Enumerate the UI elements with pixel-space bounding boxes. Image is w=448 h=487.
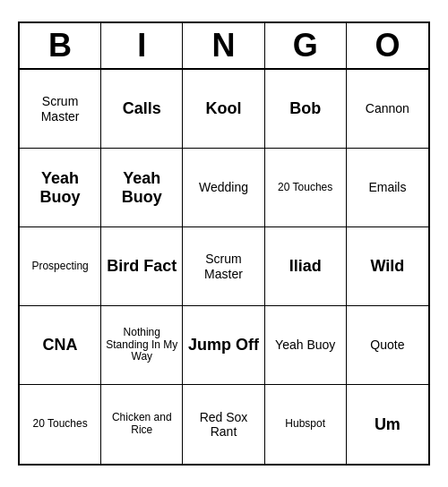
- cell-text: Kool: [205, 99, 241, 118]
- cell-text: Jump Off: [188, 336, 259, 355]
- bingo-cell: Prospecting: [20, 227, 101, 306]
- header-letter: G: [265, 23, 347, 68]
- cell-text: Cannon: [366, 101, 409, 115]
- bingo-cell: Bob: [265, 70, 347, 149]
- cell-text: Emails: [368, 180, 406, 194]
- bingo-cell: Scrum Master: [183, 227, 264, 306]
- cell-text: Calls: [123, 99, 161, 118]
- cell-text: Red Sox Rant: [186, 410, 260, 439]
- bingo-cell: 20 Touches: [265, 149, 347, 227]
- bingo-cell: Jump Off: [183, 306, 264, 385]
- header-letter: O: [347, 23, 428, 68]
- cell-text: Bird Fact: [107, 257, 177, 276]
- bingo-cell: Chicken and Rice: [101, 385, 183, 464]
- cell-text: CNA: [43, 336, 78, 355]
- cell-text: Hubspot: [285, 418, 325, 431]
- bingo-cell: Yeah Buoy: [265, 306, 347, 385]
- cell-text: 20 Touches: [33, 418, 88, 431]
- cell-text: 20 Touches: [278, 182, 332, 194]
- cell-text: Prospecting: [31, 261, 88, 273]
- header-letter: I: [101, 23, 183, 68]
- bingo-card: BINGO Scrum MasterCallsKoolBobCannonYeah…: [18, 21, 430, 466]
- cell-text: Um: [375, 415, 401, 434]
- bingo-cell: Hubspot: [265, 385, 347, 464]
- bingo-cell: Emails: [347, 149, 428, 227]
- cell-text: Quote: [370, 337, 404, 352]
- cell-text: Nothing Standing In My Way: [105, 327, 178, 363]
- header-letter: B: [20, 23, 101, 68]
- bingo-cell: CNA: [20, 306, 101, 385]
- bingo-cell: Wild: [347, 227, 428, 306]
- bingo-cell: Bird Fact: [101, 227, 183, 306]
- header-letter: N: [183, 23, 264, 68]
- bingo-cell: Yeah Buoy: [20, 149, 101, 227]
- bingo-cell: Calls: [101, 70, 183, 149]
- bingo-cell: Red Sox Rant: [183, 385, 264, 464]
- bingo-cell: Quote: [347, 306, 428, 385]
- cell-text: Scrum Master: [23, 94, 97, 123]
- bingo-cell: Yeah Buoy: [101, 149, 183, 227]
- bingo-cell: Um: [347, 385, 428, 464]
- bingo-cell: Scrum Master: [20, 70, 101, 149]
- bingo-grid: Scrum MasterCallsKoolBobCannonYeah BuoyY…: [20, 70, 428, 464]
- cell-text: Iliad: [289, 257, 322, 276]
- cell-text: Chicken and Rice: [105, 412, 178, 437]
- cell-text: Yeah Buoy: [105, 169, 178, 206]
- bingo-cell: Kool: [183, 70, 264, 149]
- bingo-cell: Nothing Standing In My Way: [101, 306, 183, 385]
- bingo-cell: Iliad: [265, 227, 347, 306]
- cell-text: Yeah Buoy: [23, 169, 97, 206]
- bingo-header: BINGO: [20, 23, 428, 70]
- bingo-cell: 20 Touches: [20, 385, 101, 464]
- bingo-cell: Cannon: [347, 70, 428, 149]
- cell-text: Bob: [289, 99, 321, 118]
- cell-text: Scrum Master: [186, 252, 260, 280]
- cell-text: Yeah Buoy: [275, 337, 335, 352]
- cell-text: Wild: [370, 257, 404, 276]
- bingo-cell: Wedding: [183, 149, 264, 227]
- cell-text: Wedding: [199, 180, 248, 194]
